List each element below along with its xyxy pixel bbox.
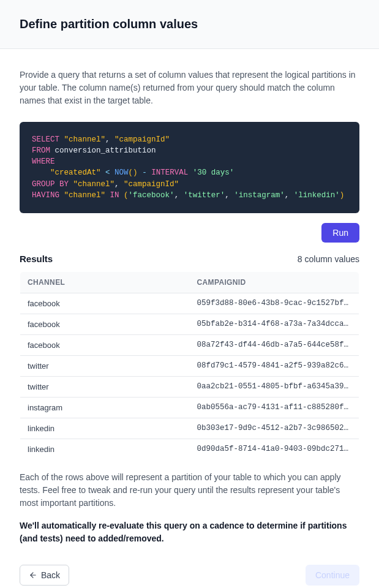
sql-string: '30 days': [193, 168, 235, 177]
footer-auto: We'll automatically re-evaluate this que…: [20, 519, 359, 545]
sql-comma: ,: [105, 135, 110, 144]
cell-campaignid: 0aa2cb21-0551-4805-bfbf-a6345a397108: [190, 376, 359, 397]
sql-keyword: IN: [110, 191, 119, 200]
sql-keyword: WHERE: [32, 157, 55, 166]
sql-function: NOW: [114, 168, 129, 177]
sql-comma: ,: [285, 191, 290, 200]
cell-channel: twitter: [20, 376, 190, 397]
back-button[interactable]: Back: [20, 565, 69, 586]
sql-keyword: INTERVAL: [151, 168, 188, 177]
cell-channel: linkedin: [20, 439, 190, 459]
results-header: Results 8 column values: [20, 254, 359, 264]
page-content: Provide a query that returns a set of co…: [0, 49, 379, 588]
cell-campaignid: 08fd79c1-4579-4841-a2f5-939a82c659ab: [190, 355, 359, 376]
continue-button[interactable]: Continue: [306, 565, 359, 586]
table-header-row: CHANNEL CAMPAIGNID: [20, 271, 359, 293]
table-row: facebook059f3d88-80e6-43b8-9cac-9c1527bf…: [20, 293, 359, 314]
sql-column: "channel": [64, 191, 106, 200]
description-text: Provide a query that returns a set of co…: [20, 69, 359, 107]
sql-string: 'facebook': [129, 191, 174, 200]
cell-channel: linkedin: [20, 418, 190, 439]
cell-channel: facebook: [20, 314, 190, 334]
sql-keyword: HAVING: [32, 191, 59, 200]
sql-comma: ,: [114, 180, 119, 189]
table-row: linkedin0b303e17-9d9c-4512-a2b7-3c986502…: [20, 418, 359, 439]
results-count: 8 column values: [298, 254, 359, 264]
cell-channel: instagram: [20, 397, 190, 418]
sql-column: "campaignId": [124, 180, 179, 189]
sql-column: "channel": [64, 135, 106, 144]
results-title: Results: [20, 254, 53, 264]
sql-paren: (: [124, 191, 129, 200]
cell-channel: twitter: [20, 355, 190, 376]
cell-campaignid: 0b303e17-9d9c-4512-a2b7-3c9865025abc: [190, 418, 359, 439]
page-header: Define partition column values: [0, 0, 379, 49]
table-row: facebook08a72f43-df44-46db-a7a5-644ce58f…: [20, 334, 359, 355]
table-row: twitter0aa2cb21-0551-4805-bfbf-a6345a397…: [20, 376, 359, 397]
footer-explain: Each of the rows above will represent a …: [20, 471, 359, 510]
arrow-left-icon: [29, 571, 37, 579]
cell-channel: facebook: [20, 293, 190, 314]
sql-string: 'instagram': [234, 191, 285, 200]
sql-keyword: FROM: [32, 146, 50, 155]
column-header-campaignid: CAMPAIGNID: [190, 271, 359, 293]
sql-table: conversion_attribution: [55, 146, 156, 155]
cell-campaignid: 0ab0556a-ac79-4131-af11-c885280f21b6: [190, 397, 359, 418]
back-button-label: Back: [41, 570, 60, 580]
sql-column: "channel": [73, 180, 115, 189]
sql-operator: <: [105, 168, 110, 177]
button-row: Back Continue: [20, 565, 359, 586]
sql-comma: ,: [225, 191, 230, 200]
sql-operator: -: [142, 168, 147, 177]
cell-campaignid: 08a72f43-df44-46db-a7a5-644ce58f5225: [190, 334, 359, 355]
cell-campaignid: 0d90da5f-8714-41a0-9403-09bdc271b3de: [190, 439, 359, 459]
sql-string: 'linkedin': [294, 191, 340, 200]
sql-keyword: SELECT: [32, 135, 59, 144]
cell-campaignid: 05bfab2e-b314-4f68-a73a-7a34dcca1a3f: [190, 314, 359, 334]
table-row: twitter08fd79c1-4579-4841-a2f5-939a82c65…: [20, 355, 359, 376]
cell-campaignid: 059f3d88-80e6-43b8-9cac-9c1527bf1c6f: [190, 293, 359, 314]
sql-column: "campaignId": [114, 135, 170, 144]
column-header-channel: CHANNEL: [20, 271, 190, 293]
run-button[interactable]: Run: [321, 223, 359, 243]
sql-comma: ,: [174, 191, 179, 200]
page-title: Define partition column values: [20, 17, 359, 31]
sql-editor[interactable]: SELECT "channel", "campaignId" FROM conv…: [20, 122, 359, 213]
sql-column: "createdAt": [50, 168, 101, 177]
sql-keyword: GROUP BY: [32, 180, 69, 189]
results-table: CHANNEL CAMPAIGNID facebook059f3d88-80e6…: [20, 271, 359, 460]
cell-channel: facebook: [20, 334, 190, 355]
table-row: instagram0ab0556a-ac79-4131-af11-c885280…: [20, 397, 359, 418]
sql-paren: ): [340, 191, 345, 200]
run-button-row: Run: [20, 223, 359, 243]
table-row: facebook05bfab2e-b314-4f68-a73a-7a34dcca…: [20, 314, 359, 334]
table-row: linkedin0d90da5f-8714-41a0-9403-09bdc271…: [20, 439, 359, 459]
sql-paren: (): [129, 168, 138, 177]
sql-string: 'twitter': [184, 191, 225, 200]
